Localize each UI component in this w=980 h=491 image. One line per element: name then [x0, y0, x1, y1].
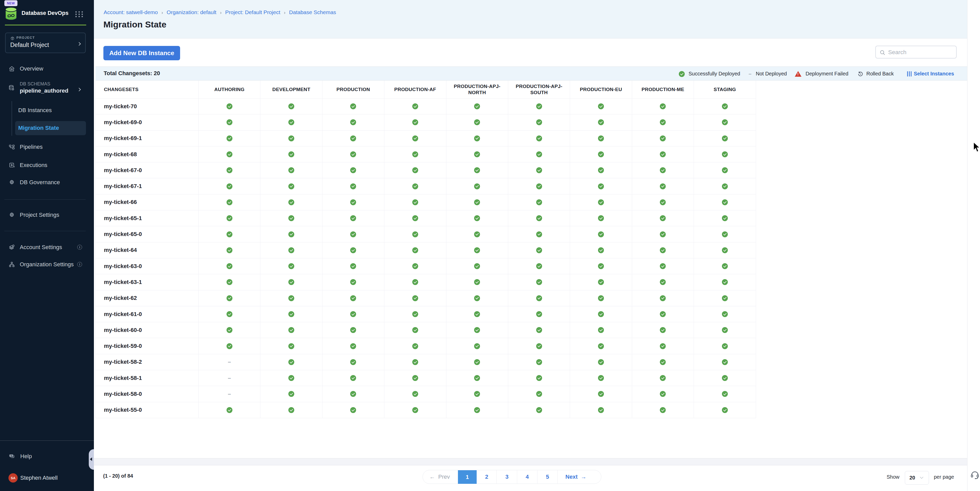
svg-text:?: ?	[11, 454, 12, 457]
